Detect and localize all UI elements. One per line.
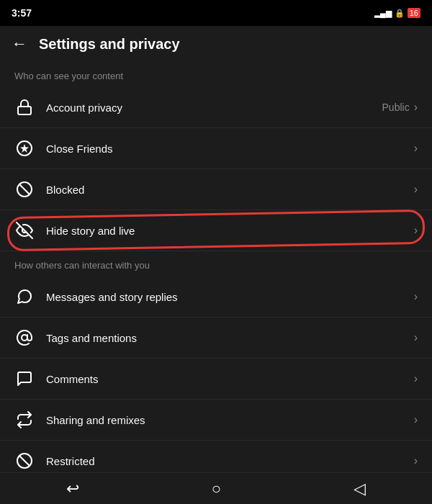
restricted-label: Restricted — [46, 455, 414, 467]
comment-icon — [14, 369, 35, 389]
chevron-icon: › — [414, 142, 418, 155]
page-title: Settings and privacy — [39, 36, 180, 53]
svg-line-4 — [19, 184, 30, 194]
chevron-icon: › — [414, 413, 418, 426]
comments-label: Comments — [46, 373, 414, 385]
header: ← Settings and privacy — [0, 26, 432, 62]
star-icon — [14, 138, 35, 158]
status-time: 3:57 — [12, 7, 32, 19]
nav-home-button[interactable]: ○ — [197, 474, 235, 504]
bottom-nav: ↩ ○ ◁ — [0, 472, 432, 504]
nav-back-button[interactable]: ↩ — [52, 474, 94, 504]
svg-marker-2 — [20, 144, 29, 153]
chevron-icon: › — [414, 101, 418, 114]
menu-item-hide-story[interactable]: Hide story and live › — [0, 210, 432, 251]
chevron-icon: › — [414, 372, 418, 385]
account-privacy-value: Public — [382, 102, 410, 113]
section-label-content: Who can see your content — [0, 62, 432, 87]
chevron-icon: › — [414, 331, 418, 344]
screen: ← Settings and privacy Who can see your … — [0, 26, 432, 504]
close-friends-label: Close Friends — [46, 143, 414, 155]
status-bar: 3:57 ▂▄▆ 🔒 16 — [0, 0, 432, 26]
menu-item-tags[interactable]: Tags and mentions › — [0, 318, 432, 359]
chevron-icon: › — [414, 454, 418, 467]
menu-item-messages[interactable]: Messages and story replies › — [0, 276, 432, 318]
section-label-interact: How others can interact with you — [0, 251, 432, 276]
svg-point-6 — [22, 335, 27, 341]
restricted-icon — [14, 451, 35, 471]
back-button[interactable]: ← — [12, 35, 27, 53]
tags-label: Tags and mentions — [46, 332, 414, 344]
wifi-icon: 🔒 — [395, 9, 405, 18]
status-icons: ▂▄▆ 🔒 16 — [374, 8, 420, 18]
sharing-label: Sharing and remixes — [46, 414, 414, 426]
account-privacy-label: Account privacy — [46, 102, 382, 114]
chevron-icon: › — [414, 183, 418, 196]
chevron-icon: › — [414, 290, 418, 303]
svg-rect-0 — [18, 107, 31, 114]
battery-icon: 16 — [408, 8, 420, 18]
blocked-label: Blocked — [46, 184, 414, 196]
menu-item-sharing[interactable]: Sharing and remixes › — [0, 400, 432, 441]
menu-item-account-privacy[interactable]: Account privacy Public › — [0, 87, 432, 128]
at-sign-icon — [14, 328, 35, 348]
blocked-icon — [14, 179, 35, 199]
nav-recent-button[interactable]: ◁ — [339, 474, 380, 504]
message-circle-icon — [14, 287, 35, 307]
signal-icon: ▂▄▆ — [374, 9, 392, 18]
eye-off-icon — [14, 220, 35, 240]
hide-story-label: Hide story and live — [46, 225, 414, 237]
lock-icon — [14, 97, 35, 117]
messages-label: Messages and story replies — [46, 291, 414, 303]
chevron-icon: › — [414, 224, 418, 237]
menu-item-close-friends[interactable]: Close Friends › — [0, 128, 432, 169]
menu-item-comments[interactable]: Comments › — [0, 359, 432, 400]
svg-line-8 — [19, 456, 30, 466]
share-icon — [14, 410, 35, 430]
menu-item-blocked[interactable]: Blocked › — [0, 169, 432, 210]
